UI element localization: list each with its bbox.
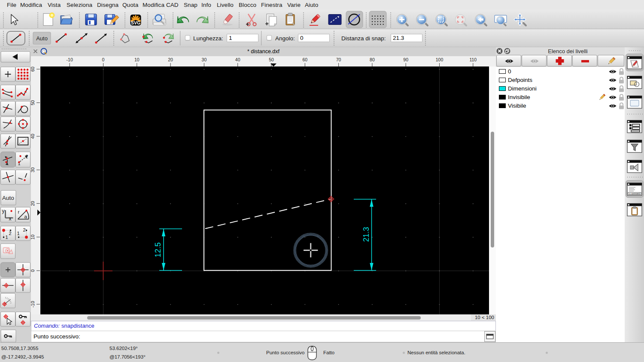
svg-text:21.3: 21.3 — [362, 227, 371, 242]
svg-text:100: 100 — [436, 57, 444, 62]
svg-text:40: 40 — [31, 134, 35, 139]
svg-text:0: 0 — [31, 269, 35, 272]
svg-text:2: 2 — [23, 227, 26, 232]
svg-text:2: 2 — [26, 154, 28, 159]
svg-text:2: 2 — [9, 231, 12, 236]
svg-text:c command: c command — [629, 193, 640, 195]
svg-text:x: x — [9, 216, 12, 222]
svg-text:0: 0 — [102, 57, 105, 62]
svg-text:SVG: SVG — [131, 20, 140, 25]
svg-text:10: 10 — [31, 235, 35, 240]
svg-text:90: 90 — [403, 57, 408, 62]
svg-text:y: y — [2, 208, 5, 214]
svg-text:-10: -10 — [67, 57, 73, 62]
svg-text:80: 80 — [370, 57, 375, 62]
svg-text:110: 110 — [469, 57, 477, 62]
svg-text:60: 60 — [302, 57, 307, 62]
svg-text:12.5: 12.5 — [154, 242, 162, 257]
svg-text:10: 10 — [134, 57, 140, 62]
svg-text:50: 50 — [269, 57, 274, 62]
svg-text:20: 20 — [168, 57, 173, 62]
svg-text:40: 40 — [235, 57, 240, 62]
svg-text:50: 50 — [31, 100, 35, 106]
svg-text:r: r — [18, 209, 20, 214]
svg-text:Auto: Auto — [36, 35, 48, 42]
svg-text:70: 70 — [336, 57, 341, 62]
svg-text:1: 1 — [17, 231, 20, 236]
svg-text:20: 20 — [31, 201, 35, 206]
svg-text:30: 30 — [31, 167, 35, 172]
svg-text:1: 1 — [6, 235, 8, 240]
svg-text:a: a — [24, 214, 27, 219]
svg-text:60: 60 — [31, 66, 35, 72]
svg-text:30: 30 — [202, 57, 207, 62]
svg-text:-10: -10 — [31, 301, 35, 308]
svg-text:Auto: Auto — [2, 195, 14, 201]
